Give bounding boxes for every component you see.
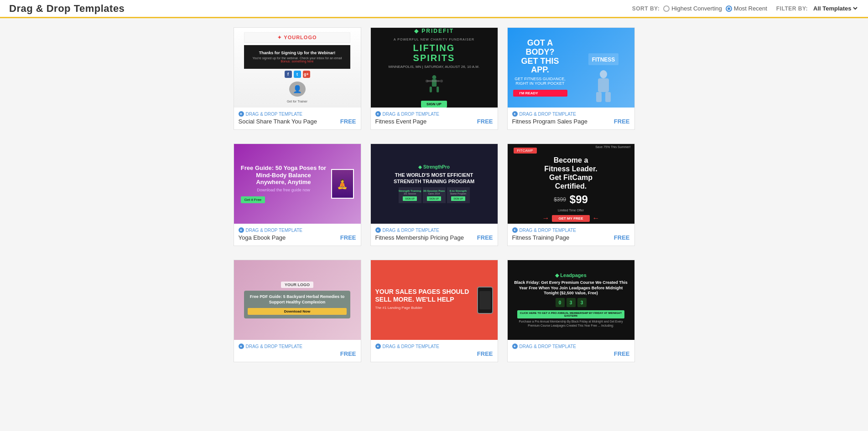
svg-rect-8 (598, 78, 609, 92)
svg-point-7 (600, 70, 607, 78)
template-grid: ✦ YOURLOGO Thanks for Signing Up for the… (234, 27, 635, 362)
fitness-woman-svg (590, 67, 617, 104)
type-icon-6: ✦ (512, 227, 518, 233)
sort-most-recent[interactable]: Most Recent (726, 5, 767, 12)
fitcamp-limited: Limited Time Offer (558, 209, 584, 212)
svg-rect-10 (605, 92, 611, 102)
charity-logo: ◆ PRIDEFIT (414, 28, 454, 34)
template-name-row-7: FREE (239, 350, 356, 357)
social-icons-1: f t g+ (285, 71, 310, 78)
fitcamp-offer-tag: Save 75% This Summer! (595, 145, 630, 149)
filter-group: FILTER BY: All Templates Drag & Drop Sta… (776, 5, 859, 12)
facebook-icon: f (285, 71, 292, 78)
template-type-7: ✦ DRAG & DROP TEMPLATE (239, 344, 356, 349)
sort-label: SORT BY: (632, 5, 660, 12)
phone-mockup (477, 287, 493, 314)
strength-card-sub-3: Starter Program (450, 192, 467, 195)
charity-title: LIFTINGSPIRITS (413, 43, 455, 63)
charity-tagline: A POWERFUL NEW CHARITY FUNDRAISER (394, 38, 474, 41)
template-card-5[interactable]: ◆ StrengthPro THE WORLD'S MOST EFFICIENT… (370, 144, 498, 246)
bf-sub: Purchase a Pro Annual Membership By Blac… (511, 320, 631, 328)
template-name-4: Yoga Ebook Page (239, 234, 286, 241)
radio-most-recent (726, 5, 732, 12)
template-card-4[interactable]: Free Guide: 50 Yoga Poses for Mind-Body … (234, 144, 361, 246)
template-card-2[interactable]: ◆ PRIDEFIT A POWERFUL NEW CHARITY FUNDRA… (370, 27, 498, 130)
template-card-7[interactable]: YOUR LOGO Free PDF Guide: 5 Backyard Her… (234, 260, 361, 362)
fitness-app-headline: GOT ABODY?GET THISAPP. (513, 39, 567, 75)
yoga-pose-icon: 🧘 (337, 179, 348, 190)
fitcamp-btn: GET MY FREE (552, 215, 589, 222)
fitcamp-arrow-left: → (542, 214, 549, 222)
template-name-5: Fitness Membership Pricing Page (375, 234, 464, 241)
sort-group: SORT BY: Highest Converting Most Recent (632, 5, 767, 12)
page-title: Drag & Drop Templates (9, 3, 125, 15)
template-info-7: ✦ DRAG & DROP TEMPLATE FREE (234, 340, 361, 362)
logo-bar-1: ✦ YOURLOGO (244, 32, 350, 43)
template-name-row-4: Yoga Ebook Page FREE (239, 234, 356, 241)
yoga-btn: Get it Free (241, 196, 265, 203)
svg-rect-2 (427, 80, 440, 82)
svg-rect-5 (429, 87, 431, 92)
template-card-6[interactable]: FITCAMP Save 75% This Summer! Become aFi… (507, 144, 635, 246)
filter-dropdown[interactable]: All Templates Drag & Drop Standard (811, 5, 859, 12)
template-name-row-5: Fitness Membership Pricing Page FREE (375, 234, 493, 241)
fitness-app-layout: GOT ABODY?GET THISAPP. GET FITNESS GUIDA… (508, 28, 634, 108)
fitcamp-badge: FITCAMP (514, 148, 537, 154)
strength-card-sub-2: Gains 2014 (428, 192, 440, 195)
fitcamp-new-price: $99 (570, 193, 588, 206)
svg-point-0 (432, 75, 436, 79)
svg-point-3 (425, 80, 428, 82)
bf-counter: 0 3 3 (556, 298, 587, 307)
thumbnail-3: GOT ABODY?GET THISAPP. GET FITNESS GUIDA… (508, 28, 634, 108)
strength-card-sub-1: 101 Session (404, 192, 416, 195)
template-type-5: ✦ DRAG & DROP TEMPLATE (375, 227, 493, 233)
googleplus-icon: g+ (303, 71, 310, 78)
template-name-1: Social Share Thank You Page (239, 118, 317, 125)
thumbnail-2: ◆ PRIDEFIT A POWERFUL NEW CHARITY FUNDRA… (371, 28, 498, 108)
bf-count-3: 3 (567, 298, 576, 307)
template-card-9[interactable]: ◆ Leadpages Black Friday: Get Every Prem… (507, 260, 635, 362)
top-bar: Drag & Drop Templates SORT BY: Highest C… (0, 0, 868, 18)
template-info-9: ✦ DRAG & DROP TEMPLATE FREE (508, 340, 634, 362)
template-name-2: Fitness Event Page (375, 118, 427, 125)
template-info-5: ✦ DRAG & DROP TEMPLATE Fitness Membershi… (371, 224, 498, 246)
sales-headline: YOUR SALES PAGES SHOULD SELL MORE. WE'LL… (375, 288, 477, 303)
fitcamp-price-row: $399 $99 (554, 193, 588, 206)
lp-logo: ◆ Leadpages (555, 272, 587, 278)
template-card-1[interactable]: ✦ YOURLOGO Thanks for Signing Up for the… (234, 27, 361, 130)
sort-highest-converting[interactable]: Highest Converting (663, 5, 722, 12)
sales-right (477, 287, 493, 314)
strength-title: THE WORLD'S MOST EFFICIENTSTRENGTH TRAIN… (394, 172, 474, 184)
strength-card-btn-1: SIGN UP (403, 196, 417, 201)
strength-card-btn-3: SIGN UP (451, 196, 465, 201)
bf-btn: CLICK HERE TO GET A PRO ANNUAL MEMBERSHI… (517, 310, 625, 318)
template-card-3[interactable]: GOT ABODY?GET THISAPP. GET FITNESS GUIDA… (507, 27, 635, 130)
fitness-app-left: GOT ABODY?GET THISAPP. GET FITNESS GUIDA… (508, 28, 573, 108)
fitcamp-top: FITCAMP Save 75% This Summer! (511, 145, 631, 156)
strength-layout: ◆ StrengthPro THE WORLD'S MOST EFFICIENT… (371, 160, 498, 207)
strength-card-1: Strength Training 101 Session SIGN UP (399, 187, 421, 203)
woman-btn: Download Now (248, 308, 346, 315)
avatar-1: 👤 (289, 82, 306, 97)
radio-highest-converting (663, 5, 670, 12)
template-name-6: Fitness Training Page (512, 234, 570, 241)
type-icon-8: ✦ (375, 344, 381, 349)
charity-sub: MINNEAPOLIS, MN | SATURDAY, AUGUST 26, 1… (389, 65, 479, 69)
template-name-row-2: Fitness Event Page FREE (375, 118, 493, 125)
template-card-8[interactable]: YOUR SALES PAGES SHOULD SELL MORE. WE'LL… (370, 260, 498, 362)
charity-btn: SIGN UP (421, 101, 447, 108)
sales-left: YOUR SALES PAGES SHOULD SELL MORE. WE'LL… (375, 288, 477, 312)
yoga-title: Free Guide: 50 Yoga Poses for Mind-Body … (241, 164, 327, 186)
logo-text-1: ✦ YOURLOGO (277, 35, 317, 41)
template-type-8: ✦ DRAG & DROP TEMPLATE (375, 344, 493, 349)
woman-title: Free PDF Guide: 5 Backyard Herbal Remedi… (248, 294, 346, 305)
bf-count-0: 0 (556, 298, 565, 307)
template-info-8: ✦ DRAG & DROP TEMPLATE FREE (371, 340, 498, 362)
template-price-9: FREE (614, 350, 630, 357)
template-price-6: FREE (614, 234, 630, 241)
woman-logo: YOUR LOGO (281, 282, 313, 288)
thumbnail-8: YOUR SALES PAGES SHOULD SELL MORE. WE'LL… (371, 260, 498, 340)
fitcamp-btn-row: → GET MY FREE ← (542, 214, 599, 222)
template-price-1: FREE (340, 118, 356, 125)
strength-logo: ◆ StrengthPro (418, 164, 450, 169)
